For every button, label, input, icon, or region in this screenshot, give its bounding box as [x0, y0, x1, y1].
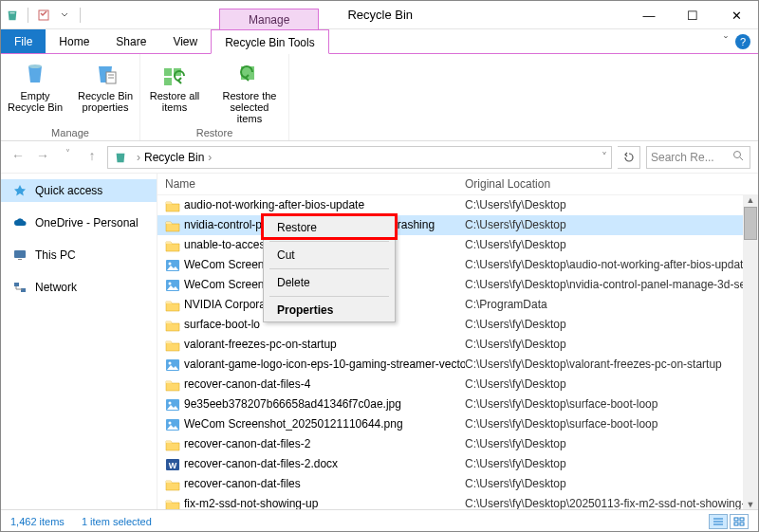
file-row[interactable]: recover-canon-dat-files-2C:\Users\fy\Des… — [157, 434, 758, 454]
breadcrumb-sep[interactable]: › — [137, 151, 140, 164]
restore-all-items-button[interactable]: Restore all items — [146, 58, 203, 127]
ribbon-tabs: File Home Share View Recycle Bin Tools ˇ… — [1, 29, 758, 54]
empty-recycle-bin-button[interactable]: Empty Recycle Bin — [7, 58, 64, 127]
file-row[interactable]: unable-to-access-C:\Users\fy\Desktop — [157, 235, 758, 255]
scroll-up-icon[interactable]: ▲ — [747, 195, 755, 205]
sidebar-item-label: Network — [35, 281, 77, 294]
recycle-bin-properties-button[interactable]: Recycle Bin properties — [77, 58, 134, 127]
view-large-icons-button[interactable] — [730, 514, 749, 529]
ribbon-group-manage-label: Manage — [7, 127, 134, 138]
ribbon: Empty Recycle Bin Recycle Bin properties… — [1, 54, 758, 141]
collapse-ribbon-icon[interactable]: ˇ — [724, 35, 728, 48]
contextual-tab-manage[interactable]: Manage — [219, 9, 319, 29]
context-menu-cut[interactable]: Cut — [264, 244, 395, 266]
file-name: 9e35eeb378207b66658ad41346f7c0ae.jpg — [184, 395, 401, 413]
context-menu-delete[interactable]: Delete — [264, 271, 395, 294]
sidebar-item-onedrive[interactable]: OneDrive - Personal — [1, 211, 157, 234]
file-original-location: C:\Users\fy\Desktop\nvidia-control-panel… — [465, 276, 750, 294]
file-name: valorant-freezes-pc-on-startup — [184, 336, 337, 354]
restore-all-label: Restore all items — [146, 90, 203, 113]
forward-button[interactable]: → — [33, 148, 52, 167]
scrollbar-thumb[interactable] — [744, 207, 757, 240]
file-row[interactable]: WeCom Screenshot_20250121110644.pngC:\Us… — [157, 414, 758, 434]
file-row[interactable]: WeCom ScreenC:\Users\fy\Desktop\audio-no… — [157, 255, 758, 275]
file-row[interactable]: recover-canon-dat-filesC:\Users\fy\Deskt… — [157, 474, 758, 494]
file-name: WeCom Screen — [184, 256, 264, 274]
help-icon[interactable]: ? — [735, 34, 750, 49]
context-menu-restore[interactable]: Restore — [264, 216, 395, 239]
qat-dropdown-icon[interactable] — [57, 8, 72, 23]
file-list-pane: Name Original Location audio-not-working… — [157, 174, 758, 509]
title-bar: Manage Recycle Bin — ☐ ✕ — [1, 1, 758, 29]
breadcrumb-sep[interactable]: › — [208, 151, 212, 164]
svg-point-22 — [169, 401, 172, 404]
context-menu-properties[interactable]: Properties — [264, 299, 395, 321]
star-icon — [12, 183, 28, 198]
word-icon: W — [165, 457, 180, 472]
up-button[interactable]: ↑ — [83, 148, 102, 167]
back-button[interactable]: ← — [9, 148, 28, 167]
restore-all-icon — [159, 58, 190, 88]
file-row[interactable]: audio-not-working-after-bios-updateC:\Us… — [157, 195, 758, 215]
context-menu-separator — [269, 241, 389, 242]
cloud-icon — [12, 215, 28, 230]
svg-point-16 — [169, 262, 172, 265]
file-name: recover-canon-dat-files — [184, 475, 301, 493]
file-row[interactable]: 9e35eeb378207b66658ad41346f7c0ae.jpgC:\U… — [157, 394, 758, 414]
tab-view[interactable]: View — [159, 29, 211, 53]
close-button[interactable]: ✕ — [714, 1, 758, 29]
address-dropdown-icon[interactable]: ˅ — [602, 151, 607, 164]
file-row[interactable]: Wrecover-canon-dat-files-2.docxC:\Users\… — [157, 454, 758, 474]
svg-rect-32 — [734, 518, 738, 521]
file-row[interactable]: WeCom ScreenC:\Users\fy\Desktop\nvidia-c… — [157, 275, 758, 295]
breadcrumb-recycle-bin[interactable]: Recycle Bin — [144, 151, 204, 164]
search-input[interactable]: Search Re... — [646, 146, 750, 169]
sidebar-item-network[interactable]: Network — [1, 276, 157, 299]
scroll-down-icon[interactable]: ▼ — [747, 500, 755, 509]
sidebar-item-quick-access[interactable]: Quick access — [1, 179, 157, 202]
sidebar-item-label: This PC — [35, 248, 76, 262]
svg-rect-13 — [14, 283, 19, 286]
status-bar: 1,462 items 1 item selected — [1, 509, 758, 532]
column-header-original-location[interactable]: Original Location — [465, 177, 750, 191]
image-icon — [165, 358, 180, 373]
file-row[interactable]: recover-canon-dat-files-4C:\Users\fy\Des… — [157, 375, 758, 394]
pc-icon — [12, 248, 28, 263]
refresh-button[interactable] — [618, 146, 640, 169]
file-row[interactable]: fix-m2-ssd-not-showing-upC:\Users\fy\Des… — [157, 494, 758, 509]
tab-file[interactable]: File — [1, 29, 46, 53]
file-row[interactable]: valorant-freezes-pc-on-startupC:\Users\f… — [157, 335, 758, 355]
vertical-scrollbar[interactable]: ▲ ▼ — [743, 195, 758, 509]
file-name: valorant-game-logo-icon-eps-10-gaming-st… — [184, 356, 465, 374]
search-placeholder: Search Re... — [651, 151, 714, 164]
file-row[interactable]: valorant-game-logo-icon-eps-10-gaming-st… — [157, 355, 758, 375]
maximize-button[interactable]: ☐ — [671, 1, 714, 29]
minimize-button[interactable]: — — [627, 1, 671, 29]
tab-home[interactable]: Home — [46, 29, 102, 53]
tab-share[interactable]: Share — [102, 29, 159, 53]
file-list[interactable]: audio-not-working-after-bios-updateC:\Us… — [157, 195, 758, 509]
file-row[interactable]: nvidia-control-panel-manage-3d-settings-… — [157, 215, 758, 235]
folder-icon — [165, 497, 180, 510]
restore-selected-items-button[interactable]: Restore the selected items — [216, 58, 283, 127]
address-bar[interactable]: › Recycle Bin › ˅ — [107, 146, 612, 169]
empty-bin-label: Empty Recycle Bin — [7, 90, 64, 113]
file-name: surface-boot-lo — [184, 316, 260, 334]
recycle-bin-icon — [5, 8, 20, 23]
file-row[interactable]: surface-boot-loC:\Users\fy\Desktop — [157, 315, 758, 335]
context-menu: Restore Cut Delete Properties — [263, 215, 396, 322]
file-row[interactable]: NVIDIA CorporaC:\ProgramData — [157, 295, 758, 315]
file-original-location: C:\Users\fy\Desktop — [465, 216, 566, 234]
network-icon — [12, 280, 28, 295]
view-details-button[interactable] — [709, 514, 728, 529]
empty-bin-icon — [20, 58, 50, 88]
recent-locations-button[interactable]: ˅ — [58, 148, 77, 167]
file-name: recover-canon-dat-files-2 — [184, 435, 310, 453]
column-header-name[interactable]: Name — [165, 177, 465, 191]
qat-properties-icon[interactable] — [36, 8, 51, 23]
file-original-location: C:\Users\fy\Desktop\surface-boot-loop — [465, 415, 657, 433]
sidebar-item-this-pc[interactable]: This PC — [1, 244, 157, 266]
tab-recycle-bin-tools[interactable]: Recycle Bin Tools — [211, 29, 329, 54]
svg-point-1 — [28, 64, 42, 68]
svg-rect-5 — [164, 68, 172, 76]
